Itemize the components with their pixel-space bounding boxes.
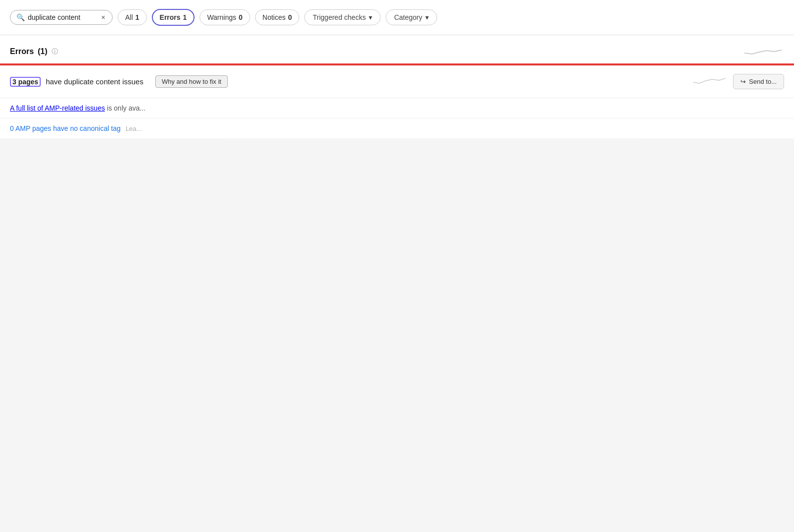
clear-button[interactable]: × (100, 13, 106, 21)
triggered-checks-label: Triggered checks (313, 13, 366, 21)
filter-all-count: 1 (135, 13, 139, 21)
sparkline-issue (693, 73, 728, 90)
canonical-text: 0 AMP pages have no canonical tag (10, 124, 121, 132)
filter-notices-label: Notices (263, 13, 286, 21)
amp-suffix: is only ava... (107, 104, 145, 112)
category-chevron: ▾ (425, 13, 429, 21)
issue-row: 3 pages have duplicate content issues Wh… (0, 65, 794, 98)
send-button[interactable]: ↪ Send to... (733, 74, 784, 89)
sparkline-header (744, 43, 784, 59)
filter-notices-count: 0 (288, 13, 292, 21)
filter-all-button[interactable]: All 1 (118, 9, 146, 25)
learn-link[interactable]: Lea... (126, 125, 142, 132)
issue-description: have duplicate content issues (46, 77, 143, 86)
send-label: Send to... (749, 78, 777, 85)
filter-errors-label: Errors (160, 13, 181, 21)
triggered-checks-button[interactable]: Triggered checks ▾ (304, 9, 381, 25)
search-box: 🔍 × (10, 10, 113, 25)
amp-notice: A full list of AMP-related issues is onl… (0, 98, 794, 118)
filter-warnings-count: 0 (239, 13, 243, 21)
section-header: Errors (1) ⓘ (0, 35, 794, 63)
filter-warnings-button[interactable]: Warnings 0 (199, 9, 250, 25)
why-fix-button[interactable]: Why and how to fix it (155, 75, 228, 88)
filter-notices-button[interactable]: Notices 0 (255, 9, 299, 25)
search-input[interactable] (28, 13, 97, 21)
section-title: Errors (10, 47, 34, 56)
filter-all-label: All (125, 13, 133, 21)
canonical-row: 0 AMP pages have no canonical tag Lea... (0, 118, 794, 138)
category-button[interactable]: Category ▾ (386, 9, 437, 25)
triggered-checks-chevron: ▾ (369, 13, 372, 21)
send-arrow-icon: ↪ (740, 78, 746, 85)
pages-highlight: 3 pages (10, 77, 41, 87)
filter-errors-button[interactable]: Errors 1 (152, 9, 195, 26)
toolbar: 🔍 × All 1 Errors 1 Warnings 0 Notices 0 … (0, 0, 794, 35)
section-count: (1) (38, 47, 48, 56)
category-label: Category (394, 13, 422, 21)
filter-errors-count: 1 (183, 13, 187, 21)
filter-warnings-label: Warnings (207, 13, 236, 21)
amp-link[interactable]: A full list of AMP-related issues (10, 104, 105, 112)
search-icon: 🔍 (16, 13, 25, 21)
main-content: Errors (1) ⓘ 3 pages have duplicate cont… (0, 35, 794, 138)
info-icon[interactable]: ⓘ (52, 47, 58, 56)
